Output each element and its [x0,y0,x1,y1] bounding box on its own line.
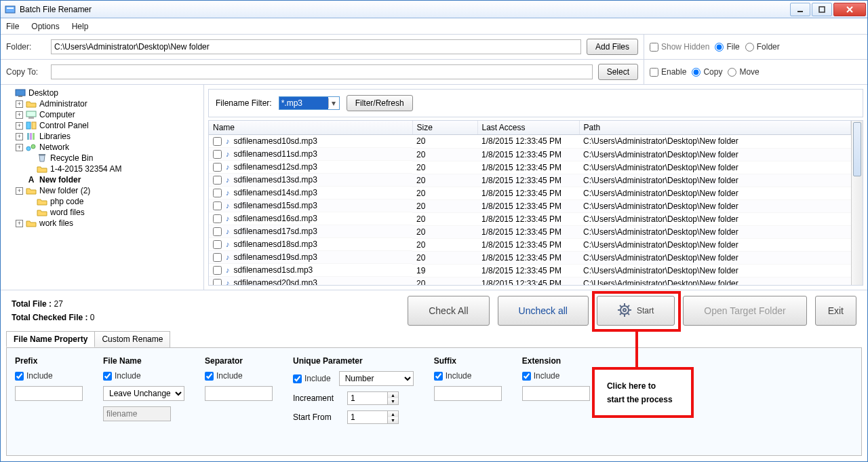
table-row[interactable]: ♪sdfilenamesd16sd.mp3201/8/2015 12:33:45… [209,212,851,225]
menu-help[interactable]: Help [72,22,89,31]
tree-item[interactable]: +Administrator [5,98,199,109]
row-checkbox[interactable] [213,253,222,262]
separator-include-checkbox[interactable]: Include [205,371,273,381]
copyto-path-input[interactable] [51,64,593,79]
filename-include-checkbox[interactable]: Include [103,371,184,381]
row-checkbox[interactable] [213,163,222,172]
tree-item[interactable]: +Control Panel [5,120,199,131]
file-size: 19 [412,264,477,277]
table-row[interactable]: ♪sdfilenamesd17sd.mp3201/8/2015 12:33:45… [209,225,851,238]
table-row[interactable]: ♪sdfilenamesd10sd.mp3201/8/2015 12:33:45… [209,135,851,149]
increment-stepper[interactable]: ▲▼ [347,391,399,405]
svg-rect-9 [28,117,34,119]
row-checkbox[interactable] [213,240,222,249]
add-files-button[interactable]: Add Files [587,39,638,55]
prefix-input[interactable] [15,386,83,401]
suffix-input[interactable] [434,386,502,401]
table-row[interactable]: ♪sdfilenamesd12sd.mp3201/8/2015 12:33:45… [209,161,851,174]
menu-options[interactable]: Options [31,22,59,31]
row-checkbox[interactable] [213,137,222,146]
row-checkbox[interactable] [213,279,222,286]
tree-item[interactable]: Recycle Bin [5,153,199,163]
tab-file-name-property[interactable]: File Name Property [6,331,95,347]
tree-toggle[interactable]: + [16,144,23,151]
scrollbar-thumb[interactable] [853,122,861,176]
row-checkbox[interactable] [213,266,222,275]
unique-include-checkbox[interactable]: Include [293,374,331,383]
tree-item[interactable]: Desktop [5,88,199,98]
start-button[interactable]: Start [597,296,675,326]
tree-item[interactable]: php code [5,196,199,207]
extension-input[interactable] [522,386,590,401]
tab-custom-rename[interactable]: Custom Rename [94,331,170,347]
enable-checkbox[interactable]: Enable [650,67,686,77]
copy-radio[interactable]: Copy [692,67,722,77]
chevron-up-icon[interactable]: ▲ [388,392,398,398]
table-row[interactable]: ♪sdfilenamesd19sd.mp3201/8/2015 12:33:45… [209,251,851,264]
tree-toggle[interactable]: + [16,187,23,195]
filter-combo[interactable]: *.mp3 ▾ [279,96,340,110]
file-name: sdfilenamesd19sd.mp3 [234,252,317,262]
chevron-down-icon[interactable]: ▼ [388,417,398,423]
open-target-folder-button[interactable]: Open Target Folder [683,296,806,326]
row-checkbox[interactable] [213,150,222,159]
table-row[interactable]: ♪sdfilenamesd15sd.mp3201/8/2015 12:33:45… [209,199,851,212]
select-button[interactable]: Select [598,64,638,80]
unique-type-select[interactable]: Number [339,371,414,386]
start-from-stepper[interactable]: ▲▼ [347,410,399,424]
exit-button[interactable]: Exit [815,296,856,326]
folder-path-input[interactable] [51,39,581,54]
tree-item[interactable]: +Computer [5,109,199,120]
row-checkbox[interactable] [213,214,222,223]
tree-toggle[interactable]: + [16,100,23,108]
tree-item[interactable]: ANew folder [5,174,199,185]
table-row[interactable]: ♪sdfilenamesd18sd.mp3201/8/2015 12:33:45… [209,238,851,251]
table-row[interactable]: ♪sdfilenamesd20sd.mp3201/8/2015 12:33:45… [209,277,851,285]
table-row[interactable]: ♪sdfilenamesd13sd.mp3201/8/2015 12:33:45… [209,174,851,187]
tree-item[interactable]: word files [5,207,199,218]
prefix-include-checkbox[interactable]: Include [15,371,83,381]
row-checkbox[interactable] [213,176,222,185]
row-checkbox[interactable] [213,201,222,210]
tree-item[interactable]: +New folder (2) [5,185,199,196]
type-folder-radio[interactable]: Folder [745,42,780,52]
tree-toggle[interactable]: + [16,111,23,119]
filename-placeholder-input[interactable] [103,406,171,421]
suffix-include-checkbox[interactable]: Include [434,371,502,381]
col-name[interactable]: Name [209,121,412,135]
chevron-up-icon[interactable]: ▲ [388,411,398,417]
table-row[interactable]: ♪sdfilenamesd14sd.mp3201/8/2015 12:33:45… [209,187,851,199]
minimize-button[interactable] [790,3,810,16]
folder-tree[interactable]: Desktop+Administrator+Computer+Control P… [1,85,204,290]
check-all-button[interactable]: Check All [408,296,489,326]
tree-toggle[interactable]: + [16,122,23,130]
chevron-down-icon[interactable]: ▼ [388,398,398,404]
tree-toggle[interactable]: + [16,133,23,140]
tree-item[interactable]: 1-4-2015 32354 AM [5,163,199,174]
vertical-scrollbar[interactable] [851,121,863,285]
tree-label: Computer [39,110,75,119]
tree-item[interactable]: +Network [5,142,199,153]
col-path[interactable]: Path [579,121,851,135]
main-split: Desktop+Administrator+Computer+Control P… [1,85,867,290]
col-size[interactable]: Size [412,121,477,135]
tree-toggle[interactable]: + [16,220,23,227]
tree-item[interactable]: +work files [5,218,199,229]
table-row[interactable]: ♪sdfilenamesd11sd.mp3201/8/2015 12:33:45… [209,148,851,161]
filename-mode-select[interactable]: Leave Unchange [103,386,184,401]
table-row[interactable]: ♪sdfilenamesd1sd.mp3191/8/2015 12:33:45 … [209,264,851,277]
separator-input[interactable] [205,386,273,401]
menu-file[interactable]: File [6,22,19,31]
maximize-button[interactable] [812,3,832,16]
col-last-access[interactable]: Last Access [477,121,579,135]
row-checkbox[interactable] [213,227,222,236]
uncheck-all-button[interactable]: Uncheck all [498,296,589,326]
close-button[interactable] [833,3,866,16]
move-radio[interactable]: Move [728,67,759,77]
tree-item[interactable]: +Libraries [5,131,199,142]
show-hidden-checkbox[interactable]: Show Hidden [650,42,709,52]
type-file-radio[interactable]: File [715,42,739,52]
filter-refresh-button[interactable]: Filter/Refresh [347,95,413,111]
row-checkbox[interactable] [213,189,222,197]
extension-include-checkbox[interactable]: Include [522,371,590,381]
